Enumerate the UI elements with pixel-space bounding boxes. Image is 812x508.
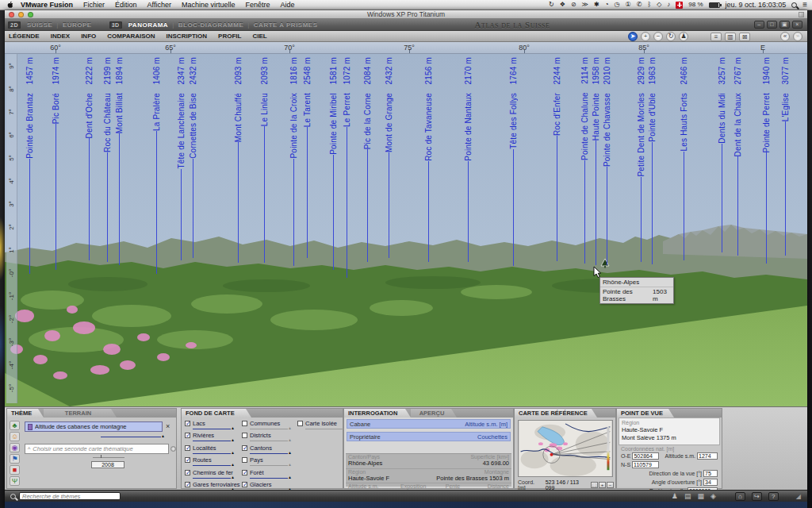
peak-label-pic-de-la-corne[interactable]: Pic de la Corne 2084 m <box>362 57 372 262</box>
peak-label-roc-d-enfer[interactable]: Roc d'Enfer 2244 m <box>552 57 561 261</box>
checkbox-rivi-res[interactable]: ✓ <box>185 433 190 438</box>
peak-label-pointe-d-uble[interactable]: Pointe d'Uble 1963 m <box>647 57 657 264</box>
menu-l-gende[interactable]: LÉGENDE <box>9 33 40 40</box>
menubar-item-dition[interactable]: Édition <box>115 1 137 9</box>
menubar-item-afficher[interactable]: Afficher <box>147 1 171 9</box>
query-row-cabane[interactable]: Cabane Altitude s.m. [m] <box>347 419 511 429</box>
pan-cursor-button[interactable]: ➤ <box>628 32 638 41</box>
viewpoint-person-button[interactable]: ♟ <box>679 32 688 41</box>
panorama-view[interactable]: 9°8°7°6°5°4°3°2°1°-0°-1°-2°-3°-4°-5° Poi… <box>5 54 807 406</box>
peak-label-les-hauts-forts[interactable]: Les Hauts Forts 2466 m <box>679 57 688 260</box>
reference-map[interactable] <box>518 420 613 477</box>
oe-input[interactable] <box>632 452 659 460</box>
layer-communes[interactable]: Communes <box>242 420 291 431</box>
peak-label-petite-dent-de-morcles[interactable]: Petite Dent de Morcles 2929 m <box>636 57 645 262</box>
restore-button[interactable]: ▣ <box>779 21 790 29</box>
minimize-button[interactable]: – <box>754 21 764 29</box>
back-button[interactable]: « <box>780 32 790 41</box>
checkbox-routes[interactable]: ✓ <box>185 457 190 463</box>
menu-profil[interactable]: PROFIL <box>218 33 241 40</box>
peak-label-pointe-de-perret[interactable]: Pointe de Perret 1940 m <box>761 57 771 264</box>
peak-label-la-pral-re[interactable]: La Pralère 1406 m <box>151 57 161 274</box>
layer-opacity-slider[interactable] <box>193 464 234 468</box>
tab-interrogation[interactable]: INTERROGATION <box>344 409 411 418</box>
layout-columns-button[interactable]: ▥ <box>725 33 736 41</box>
fast-forward-icon[interactable]: ≫ <box>582 2 588 8</box>
peak-label-pointe-de-chalune[interactable]: Pointe de Chalune 2114 m <box>580 57 589 264</box>
query-row-proprietaire[interactable]: Propriétaire Couchettes <box>347 432 511 441</box>
peak-label-mont-de-grange[interactable]: Mont de Grange 2432 m <box>384 57 393 258</box>
checkbox-chemins-de-fer[interactable]: ✓ <box>185 470 190 475</box>
menubar-item-machine-virtuelle[interactable]: Machine virtuelle <box>182 1 236 9</box>
peak-label-t-te-des-follys[interactable]: Tête des Follys 1764 m <box>508 57 518 266</box>
year-input[interactable] <box>91 461 124 468</box>
menu-inscription[interactable]: INSCRIPTION <box>167 33 208 40</box>
checkbox-gares-ferroviaires[interactable]: ✓ <box>185 482 190 487</box>
nav-bloc-diagramme[interactable]: BLOC-DIAGRAMME <box>178 21 244 29</box>
angle-input[interactable] <box>703 479 718 486</box>
theme-combo-secondary[interactable]: ^ Choisir une seconde carte thématique <box>25 444 169 454</box>
checkbox-glaciers[interactable]: ✓ <box>242 482 247 487</box>
agriculture-icon[interactable]: Ψ <box>10 476 20 486</box>
fauna-icon[interactable]: ☺ <box>10 432 20 441</box>
peak-label-pointe-de-chavasse[interactable]: Pointe de Chavasse 2010 m <box>602 57 611 265</box>
peak-label-dent-d-oche[interactable]: Dent d'Oche 2222 m <box>84 57 94 260</box>
rotate-button[interactable]: ↻ <box>666 32 676 41</box>
direction-input[interactable] <box>703 470 718 477</box>
tab-apercu[interactable]: APERÇU <box>411 409 457 418</box>
nav-europe[interactable]: EUROPE <box>63 21 92 29</box>
menu-list-icon[interactable]: ≡ <box>802 1 807 9</box>
peak-label-mont-billiat[interactable]: Mont Billiat 1894 m <box>114 57 124 265</box>
battery-icon[interactable] <box>709 2 720 8</box>
layout-close-button[interactable]: ⊠ <box>739 33 750 41</box>
link-icon[interactable]: ↪ <box>752 492 762 501</box>
layer-routes[interactable]: ✓Routes <box>185 456 236 468</box>
displays-icon[interactable]: ❖ <box>560 2 565 8</box>
peak-label-dents-du-midi[interactable]: Dents du Midi 3257 m <box>717 57 726 252</box>
map-select-button[interactable]: ⬚ <box>591 482 598 488</box>
phone-icon[interactable]: ✆ <box>637 2 642 8</box>
list-icon[interactable]: ▤ <box>684 493 691 500</box>
layer-districts[interactable]: Districts <box>242 432 291 443</box>
spotlight-icon[interactable] <box>791 2 797 8</box>
menu-comparaison[interactable]: COMPARAISON <box>107 33 155 40</box>
close-button[interactable]: × <box>792 21 802 29</box>
layer-opacity-slider[interactable] <box>250 464 291 468</box>
checkbox-pays[interactable] <box>242 457 247 463</box>
zoom-out-button[interactable]: − <box>653 32 663 41</box>
bluetooth-icon[interactable]: ᛒ <box>647 2 651 8</box>
checkbox-for-t[interactable]: ✓ <box>242 470 247 475</box>
apple-icon[interactable] <box>6 1 14 9</box>
volume-icon[interactable]: ♪ <box>667 2 670 8</box>
theme-combo-primary[interactable]: Altitude des cabanes de montagne <box>25 421 163 432</box>
layout-rows-button[interactable]: ≡ <box>710 33 722 41</box>
layer-opacity-slider[interactable] <box>193 439 234 443</box>
peak-label-pointe-de-brantaz[interactable]: Pointe de Brantaz 1457 m <box>25 57 34 274</box>
layer-opacity-slider[interactable] <box>193 476 234 480</box>
help-icon[interactable]: ? <box>768 492 779 501</box>
peak-label-le-tarent[interactable]: Le Tarent 2548 m <box>302 57 312 258</box>
mode-badge-3d[interactable]: 3D <box>109 21 122 29</box>
layer-rivi-res[interactable]: ✓Rivières <box>185 432 236 443</box>
info-circle-icon[interactable]: ① <box>626 2 631 8</box>
diamond-icon[interactable]: ◈ <box>710 493 716 500</box>
peak-label-cornettes-de-bise[interactable]: Cornettes de Bise 2432 m <box>188 57 197 258</box>
menubar-clock[interactable]: jeu. 9 oct. 16:03:05 <box>726 2 787 9</box>
calendar-flag-icon[interactable]: ⚑ <box>10 454 20 464</box>
sync-icon[interactable]: ↻ <box>549 2 554 8</box>
menu-ciel[interactable]: CIEL <box>252 33 266 40</box>
peak-label-le-perret[interactable]: Le Perret 1072 m <box>342 57 351 278</box>
layer-localit-s[interactable]: ✓Localités <box>185 444 236 456</box>
peak-label-pointe-de-miribel[interactable]: Pointe de Miribel 1581 m <box>328 57 338 270</box>
peak-label-roc-du-ch-teau[interactable]: Roc du Château 2199 m <box>102 57 112 262</box>
altitude-input[interactable] <box>697 452 718 460</box>
maximize-button[interactable]: □ <box>767 21 777 29</box>
vegetation-icon[interactable]: ♣ <box>10 421 20 430</box>
peak-label-l-eglise[interactable]: L'Eglise 3077 m <box>780 57 790 256</box>
layer-carte-isol-e[interactable]: Carte isolée <box>297 420 342 431</box>
map-zoom-in-button[interactable]: + <box>599 482 606 488</box>
layer-opacity-slider[interactable] <box>250 452 291 456</box>
do-not-disturb-icon[interactable]: ⊘ <box>571 2 576 8</box>
nav-suisse[interactable]: SUISSE <box>27 21 52 29</box>
theme-search-input[interactable] <box>19 492 121 500</box>
